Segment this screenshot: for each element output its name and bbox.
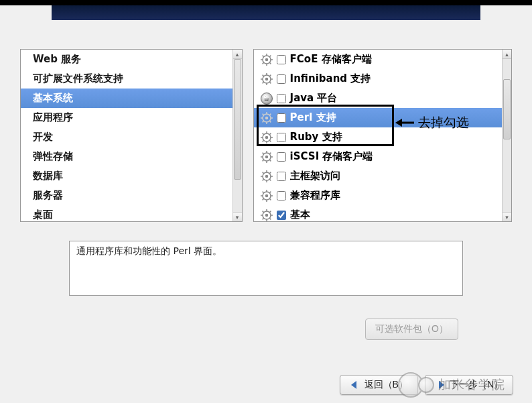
svg-line-49	[269, 152, 271, 154]
svg-line-69	[269, 191, 271, 192]
category-item-database[interactable]: 数据库	[21, 166, 232, 186]
gear-icon	[261, 112, 273, 124]
svg-point-61	[265, 194, 268, 197]
svg-line-68	[262, 198, 263, 200]
svg-line-79	[269, 211, 271, 212]
java-icon	[261, 93, 273, 105]
category-item-server[interactable]: 服务器	[21, 186, 232, 205]
gear-icon	[261, 73, 273, 85]
package-item-iscsi[interactable]: iSCSI 存储客户端	[254, 147, 502, 166]
svg-line-46	[262, 152, 263, 154]
category-item-extfs[interactable]: 可扩展文件系统支持	[21, 69, 232, 89]
svg-line-18	[262, 82, 263, 83]
package-label: Infiniband 支持	[290, 72, 495, 85]
package-item-perl[interactable]: Perl 支持	[254, 108, 502, 127]
svg-point-21	[265, 116, 268, 119]
package-item-fcoe[interactable]: FCoE 存储客户端	[254, 50, 502, 69]
package-label: 主框架访问	[290, 170, 495, 182]
package-item-ruby[interactable]: Ruby 支持	[254, 127, 502, 147]
back-button-label: 返回（B）	[364, 379, 408, 391]
svg-point-41	[265, 155, 268, 158]
package-label: Perl 支持	[290, 111, 495, 124]
package-checkbox[interactable]	[277, 191, 286, 200]
category-list[interactable]: Web 服务 可扩展文件系统支持 基本系统 应用程序 开发 弹性存储 数据库 服…	[21, 50, 232, 221]
package-checkbox[interactable]	[277, 94, 286, 103]
package-checkbox[interactable]	[277, 172, 286, 181]
optional-packages-button: 可选软件包（O）	[365, 319, 458, 340]
next-button-label: 下一步（N）	[450, 379, 503, 391]
scroll-up-icon[interactable]: ▴	[233, 50, 242, 59]
category-item-web[interactable]: Web 服务	[21, 50, 232, 69]
svg-line-6	[262, 55, 263, 56]
category-item-desktop[interactable]: 桌面	[21, 205, 232, 221]
svg-point-31	[265, 135, 268, 139]
package-label: FCoE 存储客户端	[290, 53, 495, 66]
package-checkbox[interactable]	[277, 55, 286, 64]
svg-line-39	[269, 133, 271, 134]
category-item-basesystem[interactable]: 基本系统	[21, 89, 232, 108]
svg-line-7	[269, 62, 271, 64]
svg-line-29	[269, 113, 271, 115]
svg-line-48	[262, 160, 263, 161]
scroll-up-icon[interactable]: ▴	[503, 50, 511, 59]
selection-panels: Web 服务 可扩展文件系统支持 基本系统 应用程序 开发 弹性存储 数据库 服…	[0, 20, 532, 222]
svg-line-78	[262, 218, 263, 219]
back-button[interactable]: 返回（B）	[340, 375, 418, 395]
category-scrollbar[interactable]: ▴ ▾	[232, 50, 242, 221]
package-checkbox[interactable]	[277, 74, 286, 84]
gear-icon	[261, 170, 273, 182]
package-label: 基本	[290, 209, 495, 221]
package-checkbox[interactable]	[277, 152, 286, 162]
header-banner	[52, 5, 480, 20]
svg-line-59	[269, 172, 271, 173]
package-checkbox[interactable]	[277, 211, 286, 220]
svg-line-67	[269, 198, 271, 200]
gear-icon	[261, 151, 273, 163]
scroll-down-icon[interactable]: ▾	[503, 212, 511, 221]
svg-line-8	[262, 62, 263, 64]
svg-point-1	[265, 58, 268, 61]
package-list[interactable]: FCoE 存储客户端 Infiniband 支持 Java 平台 Perl 支持	[254, 50, 502, 221]
package-label: Java 平台	[290, 92, 495, 105]
package-checkbox[interactable]	[277, 113, 286, 123]
scroll-thumb[interactable]	[234, 59, 241, 180]
package-item-mainframe[interactable]: 主框架访问	[254, 166, 502, 186]
svg-point-71	[265, 213, 268, 217]
svg-line-19	[269, 74, 271, 76]
svg-line-37	[269, 140, 271, 141]
package-item-base[interactable]: 基本	[254, 205, 502, 221]
window-top-border	[0, 0, 532, 5]
package-item-java[interactable]: Java 平台	[254, 89, 502, 108]
category-item-elastic-storage[interactable]: 弹性存储	[21, 147, 232, 166]
nav-buttons: 返回（B） 下一步（N）	[340, 375, 513, 395]
arrow-right-icon	[435, 380, 446, 390]
category-item-apps[interactable]: 应用程序	[21, 108, 232, 127]
svg-line-58	[262, 179, 263, 180]
package-item-compat[interactable]: 兼容程序库	[254, 186, 502, 205]
package-label: 兼容程序库	[290, 189, 495, 202]
svg-line-16	[262, 74, 263, 76]
gear-icon	[261, 131, 273, 143]
svg-line-77	[269, 218, 271, 219]
category-item-devel[interactable]: 开发	[21, 127, 232, 147]
package-item-infiniband[interactable]: Infiniband 支持	[254, 69, 502, 89]
svg-line-38	[262, 140, 263, 141]
svg-line-17	[269, 82, 271, 83]
gear-icon	[261, 190, 273, 202]
svg-line-56	[262, 172, 263, 173]
svg-marker-82	[351, 381, 356, 389]
svg-point-51	[265, 174, 268, 178]
scroll-down-icon[interactable]: ▾	[233, 212, 242, 221]
next-button[interactable]: 下一步（N）	[425, 375, 513, 395]
description-box: 通用程序库和功能性的 Perl 界面。	[69, 241, 463, 296]
package-panel: FCoE 存储客户端 Infiniband 支持 Java 平台 Perl 支持	[253, 49, 512, 222]
scroll-thumb[interactable]	[503, 79, 511, 139]
package-checkbox[interactable]	[277, 133, 286, 142]
package-label: Ruby 支持	[290, 131, 495, 143]
category-panel: Web 服务 可扩展文件系统支持 基本系统 应用程序 开发 弹性存储 数据库 服…	[20, 49, 243, 222]
gear-icon	[261, 54, 273, 66]
svg-line-76	[262, 211, 263, 212]
svg-line-66	[262, 191, 263, 192]
svg-point-11	[265, 77, 268, 80]
package-scrollbar[interactable]: ▴ ▾	[502, 50, 511, 221]
